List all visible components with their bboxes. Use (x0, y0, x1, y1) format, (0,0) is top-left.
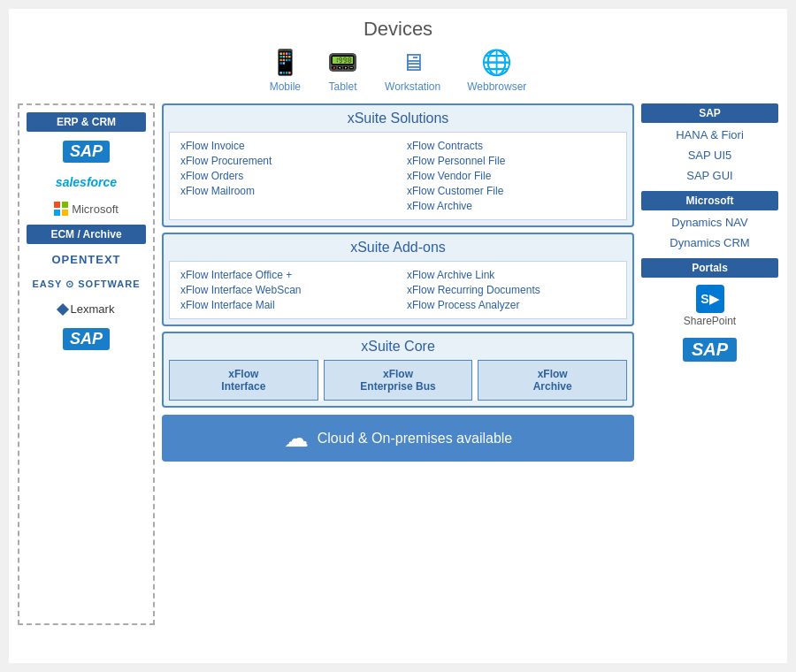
microsoft-text: Microsoft (72, 202, 119, 216)
addons-left-col: xFlow Interface Office + xFlow Interface… (180, 269, 389, 311)
right-sap-hana: HANA & Fiori (641, 126, 778, 143)
sap-bottom-label: SAP (63, 328, 110, 350)
right-portals-header: Portals (641, 258, 778, 278)
addon-interface-office: xFlow Interface Office + (180, 269, 389, 281)
addons-right-col: xFlow Archive Link xFlow Recurring Docum… (407, 269, 616, 311)
device-mobile: 📱 Mobile (270, 48, 301, 93)
opentext-logo: OPENTEXT (27, 249, 146, 270)
xsuite-core-title: xSuite Core (164, 333, 632, 360)
xsuite-core-inner: xFlow Interface xFlow Enterprise Bus xFl… (169, 360, 627, 401)
easy-logo: EASY ⊙ SOFTWARE (27, 275, 146, 294)
xsuite-solutions-box: xSuite Solutions xFlow Invoice xFlow Pro… (162, 103, 634, 227)
mobile-label: Mobile (270, 80, 301, 93)
right-sap-section: SAP HANA & Fiori SAP UI5 SAP GUI (641, 103, 778, 184)
addon-interface-mail: xFlow Interface Mail (180, 299, 389, 311)
microsoft-squares-icon (54, 202, 68, 216)
core-item-interface: xFlow Interface (169, 360, 318, 401)
page-wrapper: Devices 📱 Mobile 📟 Tablet 🖥 Workstation … (9, 9, 787, 663)
webbrowser-label: Webbrowser (467, 80, 526, 93)
salesforce-logo: salesforce (27, 172, 146, 193)
device-workstation: 🖥 Workstation (385, 48, 440, 93)
sap-top-label: SAP (63, 141, 110, 163)
solutions-left-col: xFlow Invoice xFlow Procurement xFlow Or… (180, 140, 389, 212)
sharepoint-label: SharePoint (684, 315, 736, 327)
sharepoint-logo: S▶ SharePoint (641, 281, 778, 331)
solutions-right-col: xFlow Contracts xFlow Personnel File xFl… (407, 140, 616, 212)
solution-item-personnel: xFlow Personnel File (407, 155, 616, 167)
ms-sq-yellow (62, 210, 68, 216)
core-archive-label: xFlow Archive (482, 368, 623, 393)
devices-section: Devices 📱 Mobile 📟 Tablet 🖥 Workstation … (18, 18, 778, 93)
solution-item-orders: xFlow Orders (180, 170, 389, 182)
devices-icons: 📱 Mobile 📟 Tablet 🖥 Workstation 🌐 Webbro… (18, 48, 778, 93)
sap-right-logo: SAP (641, 334, 778, 365)
microsoft-label: Microsoft (54, 202, 119, 216)
xsuite-solutions-title: xSuite Solutions (164, 105, 632, 132)
addon-archive-link: xFlow Archive Link (407, 269, 616, 281)
solution-item-contracts: xFlow Contracts (407, 140, 616, 152)
right-sap-gui: SAP GUI (641, 167, 778, 184)
cloud-bar: ☁ Cloud & On-premises available (162, 415, 634, 462)
core-enterprise-bus-label: xFlow Enterprise Bus (328, 368, 469, 393)
lexmark-label: Lexmark (58, 302, 115, 316)
tablet-label: Tablet (329, 80, 357, 93)
core-interface-label: xFlow Interface (173, 368, 314, 393)
lexmark-diamond-icon (56, 302, 68, 315)
device-tablet: 📟 Tablet (327, 48, 358, 93)
webbrowser-icon: 🌐 (481, 48, 512, 77)
devices-title: Devices (18, 18, 778, 41)
mobile-icon: 📱 (270, 48, 301, 77)
sap-top-logo: SAP (27, 137, 146, 166)
xsuite-solutions-inner: xFlow Invoice xFlow Procurement xFlow Or… (169, 132, 627, 220)
easy-label: EASY ⊙ SOFTWARE (32, 279, 140, 290)
device-webbrowser: 🌐 Webbrowser (467, 48, 526, 93)
solution-item-archive: xFlow Archive (407, 200, 616, 212)
solution-item-vendor: xFlow Vendor File (407, 170, 616, 182)
xsuite-core-box: xSuite Core xFlow Interface xFlow Enterp… (162, 332, 634, 408)
addon-process-analyzer: xFlow Process Analyzer (407, 299, 616, 311)
right-portals-section: Portals S▶ SharePoint SAP (641, 258, 778, 365)
sap-bottom-logo: SAP (27, 325, 146, 354)
solution-item-invoice: xFlow Invoice (180, 140, 389, 152)
center-content: xSuite Solutions xFlow Invoice xFlow Pro… (162, 103, 634, 625)
main-layout: ERP & CRM SAP salesforce Microsoft (18, 103, 778, 625)
right-dynamics-nav: Dynamics NAV (641, 214, 778, 231)
xsuite-addons-inner: xFlow Interface Office + xFlow Interface… (169, 261, 627, 319)
solution-item-procurement: xFlow Procurement (180, 155, 389, 167)
ms-sq-red (54, 202, 60, 208)
tablet-icon: 📟 (327, 48, 358, 77)
xsuite-addons-title: xSuite Add-ons (164, 234, 632, 261)
microsoft-logo: Microsoft (27, 198, 146, 219)
right-microsoft-header: Microsoft (641, 191, 778, 210)
sharepoint-container: S▶ SharePoint (684, 285, 736, 327)
lexmark-logo: Lexmark (27, 299, 146, 319)
left-sidebar: ERP & CRM SAP salesforce Microsoft (18, 103, 155, 625)
core-item-archive: xFlow Archive (478, 360, 627, 401)
ms-sq-blue (54, 210, 60, 216)
right-microsoft-section: Microsoft Dynamics NAV Dynamics CRM (641, 191, 778, 251)
sharepoint-icon: S▶ (696, 285, 724, 313)
cloud-icon: ☁ (284, 424, 309, 453)
workstation-label: Workstation (385, 80, 440, 93)
erp-crm-header: ERP & CRM (27, 112, 146, 132)
workstation-icon: 🖥 (401, 48, 425, 77)
salesforce-label: salesforce (56, 175, 117, 189)
opentext-label: OPENTEXT (51, 253, 120, 266)
right-sidebar: SAP HANA & Fiori SAP UI5 SAP GUI Microso… (641, 103, 778, 625)
ms-sq-green (62, 202, 68, 208)
ecm-archive-header: ECM / Archive (27, 225, 146, 244)
right-sap-header: SAP (641, 103, 778, 123)
lexmark-text: Lexmark (71, 302, 115, 316)
cloud-text: Cloud & On-premises available (318, 431, 513, 447)
right-sap-ui5: SAP UI5 (641, 147, 778, 164)
solution-item-customer: xFlow Customer File (407, 185, 616, 197)
addon-recurring-docs: xFlow Recurring Documents (407, 284, 616, 296)
xsuite-addons-box: xSuite Add-ons xFlow Interface Office + … (162, 233, 634, 326)
solution-item-mailroom: xFlow Mailroom (180, 185, 389, 197)
right-dynamics-crm: Dynamics CRM (641, 234, 778, 251)
sap-right-label: SAP (683, 338, 737, 362)
addon-interface-webscan: xFlow Interface WebScan (180, 284, 389, 296)
core-item-enterprise-bus: xFlow Enterprise Bus (324, 360, 473, 401)
